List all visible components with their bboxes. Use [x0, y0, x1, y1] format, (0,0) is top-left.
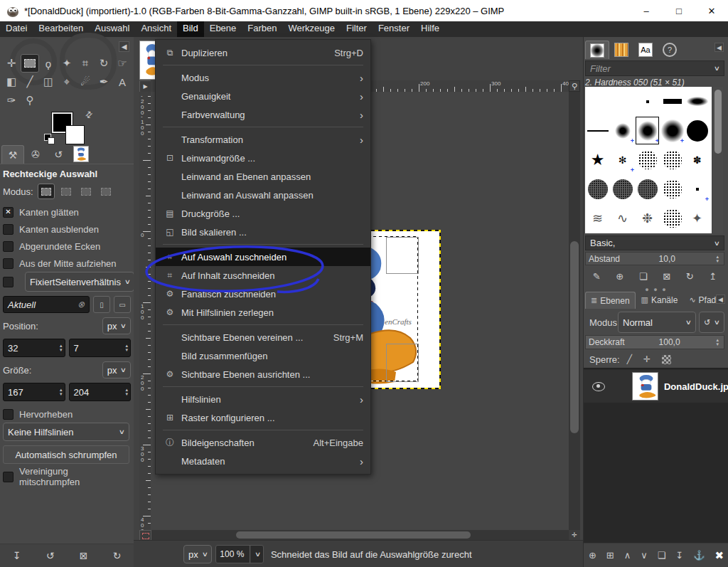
zoom-follow-window-button[interactable]: ⚲ [569, 80, 580, 92]
free-select-tool[interactable]: ϙ [39, 54, 58, 73]
menu-item-raster-konfigurieren[interactable]: ⊞Raster konfigurieren ... [156, 408, 370, 427]
menu-item-sichtbare-ebenen-ausrichten[interactable]: ⚙Sichtbare Ebenen ausrichten ... [156, 365, 370, 383]
tab-kanaele[interactable]: ▥Kanäle [636, 291, 684, 309]
brush-item[interactable] [635, 145, 660, 174]
brush-spacing-slider[interactable]: Abstand 10,0 ▴▾ [585, 252, 724, 265]
menubar-item-ebene[interactable]: Ebene [204, 21, 242, 37]
menu-item-bild-skalieren[interactable]: ◱Bild skalieren ... [156, 223, 370, 241]
spinner-icons[interactable]: ▴▾ [123, 388, 130, 396]
menu-item-leinwandgröße[interactable]: ⊡Leinwandgröße ... [156, 149, 370, 167]
brush-item[interactable] [585, 174, 610, 203]
duplicate-layer-icon[interactable]: ❏ [658, 550, 666, 561]
menubar-item-werkzeuge[interactable]: Werkzeuge [283, 21, 341, 37]
brush-item[interactable]: ✦ [685, 203, 710, 233]
spinner-icons[interactable]: ▴▾ [714, 338, 721, 346]
lower-layer-icon[interactable]: ∨ [641, 550, 648, 561]
menu-item-bildeigenschaften[interactable]: ⓘBildeigenschaftenAlt+Eingabe [156, 433, 370, 452]
size-unit-dropdown[interactable]: px ∨ [102, 361, 131, 378]
brushes-tab[interactable] [585, 41, 609, 59]
spinner-icons[interactable]: ▴▾ [714, 255, 721, 263]
lock-alpha-icon[interactable] [662, 355, 671, 364]
save-tool-preset-icon[interactable]: ↧ [13, 550, 21, 561]
menubar-item-filter[interactable]: Filter [341, 21, 373, 37]
fixed-checkbox[interactable] [3, 277, 14, 287]
edit-brush-icon[interactable]: ✎ [593, 271, 601, 282]
portrait-orientation-button[interactable]: ▯ [93, 296, 110, 313]
option-abgerundete-ecken[interactable]: Abgerundete Ecken [0, 238, 134, 255]
navigation-button[interactable]: ✛ [569, 530, 580, 540]
menu-item-duplizieren[interactable]: ⧉DuplizierenStrg+D [156, 43, 370, 62]
brush-item[interactable]: ≋ [585, 203, 610, 233]
option-aus-der-mitte-aufziehen[interactable]: Aus der Mitte aufziehen [0, 255, 134, 272]
horizontal-scrollbar[interactable] [151, 530, 569, 540]
collapse-dock-icon[interactable]: ◀ [716, 295, 725, 304]
menu-item-leinwand-an-ebenen-anpassen[interactable]: Leinwand an Ebenen anpassen [156, 167, 370, 186]
minimize-button[interactable]: – [630, 0, 663, 21]
menu-item-mit-hilfslinien-zerlegen[interactable]: ⚙Mit Hilfslinien zerlegen [156, 303, 370, 322]
menubar-item-bild[interactable]: Bild [177, 21, 204, 37]
tab-ebenen[interactable]: ≣Ebenen [585, 292, 636, 309]
menu-item-auf-auswahl-zuschneiden[interactable]: ⌗Auf Auswahl zuschneiden [156, 248, 370, 266]
spinner-icons[interactable]: ▴▾ [58, 388, 65, 396]
position-y-field[interactable]: 7 ▴▾ [69, 339, 132, 357]
ink-tool[interactable]: ✒ [95, 73, 113, 91]
brush-item[interactable]: ★ [585, 145, 610, 174]
guides-dropdown[interactable]: Keine Hilfslinien ∨ [3, 423, 129, 441]
scrollbar-thumb[interactable] [570, 241, 579, 433]
brush-set-dropdown[interactable]: Basic, ∨ [585, 235, 724, 250]
selection-handle-top-right[interactable] [386, 237, 419, 274]
lock-position-icon[interactable]: ✛ [643, 354, 651, 364]
reset-tool-options-icon[interactable]: ↻ [113, 550, 122, 561]
canvas-menu-button[interactable]: ▶ [139, 80, 151, 92]
brush-item[interactable] [660, 174, 685, 203]
mode-subtract-button[interactable] [77, 184, 95, 199]
kanten-glätten-checkbox[interactable]: ✕ [3, 207, 14, 218]
menubar-item-fenster[interactable]: Fenster [373, 21, 415, 37]
menu-item-genauigkeit[interactable]: Genauigkeit› [156, 87, 370, 105]
menu-item-bild-zusammenfügen[interactable]: Bild zusammenfügen [156, 346, 370, 365]
help-tab[interactable]: ? [658, 40, 682, 59]
layer-row[interactable]: DonaldDuck.jp [584, 370, 728, 403]
close-button[interactable]: ✕ [695, 0, 728, 21]
brush-scrollbar[interactable] [713, 87, 723, 233]
blend-space-button[interactable]: ↺ ∨ [699, 312, 724, 333]
menubar-item-datei[interactable]: Datei [0, 21, 33, 37]
mode-intersect-button[interactable] [97, 184, 114, 199]
paintbrush-tool[interactable]: ╱ [21, 73, 39, 91]
brush-item[interactable]: ❉ [635, 203, 660, 233]
brush-item[interactable] [660, 145, 685, 174]
layer-thumbnail[interactable] [632, 372, 658, 401]
aus-der-mitte-aufziehen-checkbox[interactable] [3, 258, 14, 269]
scrollbar-thumb[interactable] [714, 90, 722, 154]
anchor-layer-icon[interactable]: ⚓ [693, 550, 705, 561]
brush-item[interactable]: + [685, 174, 710, 203]
brush-item[interactable] [585, 87, 610, 116]
layer-visibility-eye-icon[interactable] [592, 382, 605, 391]
fuzzy-select-tool[interactable]: ✦ [58, 54, 76, 73]
menu-item-sichtbare-ebenen-vereinen[interactable]: Sichtbare Ebenen vereinen ...Strg+M [156, 328, 370, 346]
brush-item[interactable] [610, 174, 635, 203]
color-picker-tool[interactable]: ✑ [2, 91, 21, 110]
background-color-swatch[interactable] [65, 125, 85, 144]
menu-item-modus[interactable]: Modus› [156, 68, 370, 87]
menu-item-farbverwaltung[interactable]: Farbverwaltung› [156, 105, 370, 124]
vertical-scrollbar[interactable] [569, 92, 580, 530]
collapse-dock-icon[interactable]: ◀ [714, 43, 724, 52]
lock-pixels-icon[interactable]: ╱ [627, 354, 632, 364]
mode-replace-button[interactable] [38, 184, 55, 199]
spinner-icons[interactable]: ▴▾ [58, 344, 65, 352]
highlight-checkbox[interactable] [3, 409, 14, 420]
menubar-item-hilfe[interactable]: Hilfe [415, 21, 445, 37]
brush-item[interactable] [585, 116, 610, 145]
opacity-slider[interactable]: Deckkraft 100,0 ▴▾ [585, 335, 724, 349]
clone-tool[interactable]: ⌖ [58, 73, 76, 91]
position-x-field[interactable]: 32 ▴▾ [3, 339, 65, 357]
handle-transform-tool[interactable]: ☞ [113, 54, 132, 73]
menu-item-transformation[interactable]: Transformation› [156, 130, 370, 149]
default-colors-icon[interactable] [44, 134, 54, 144]
crop-tool[interactable]: ⌗ [76, 54, 95, 73]
brush-item[interactable]: + [610, 116, 635, 145]
fonts-tab[interactable]: Aa [633, 40, 658, 59]
brush-item[interactable] [660, 87, 685, 116]
move-tool[interactable]: ✛ [2, 54, 21, 73]
